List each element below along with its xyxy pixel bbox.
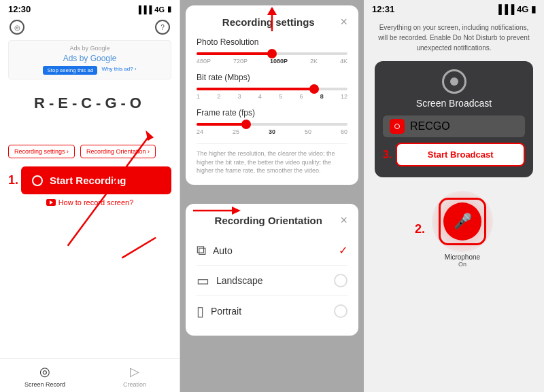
time-3: 12:31 xyxy=(372,4,394,14)
resolution-thumb[interactable] xyxy=(267,49,277,58)
fps-fill xyxy=(197,123,246,126)
bitrate-thumb[interactable] xyxy=(309,84,319,94)
recording-settings-button[interactable]: Recording settings › xyxy=(8,145,75,158)
logo-area: R-E-C-G-O xyxy=(0,82,180,120)
broadcast-description: Everything on your screen, including not… xyxy=(364,17,544,61)
creation-tab-icon: ▷ xyxy=(130,364,139,379)
tab-creation[interactable]: ▷ Creation xyxy=(90,359,180,392)
modal1-note: The higher the resolution, the clearer t… xyxy=(197,143,347,175)
screen-record-tab-icon: ◎ xyxy=(39,364,50,379)
landscape-radio[interactable] xyxy=(334,274,347,287)
step1-number: 1. xyxy=(8,173,18,188)
modal2-close-button[interactable]: × xyxy=(340,213,347,228)
step2-mic-row: 2. 🎤 Microphone On xyxy=(364,191,544,268)
step2-number: 2. xyxy=(415,222,425,236)
resolution-label: Photo Resolution xyxy=(197,37,347,47)
mic-label: Microphone xyxy=(445,253,480,261)
recording-orientation-modal: Recording Orientation × ⧉ Auto ✓ ▭ Lands… xyxy=(186,204,358,336)
panel-screen-record: 12:30 ▐▐▐ 4G ▮ ◎ ? Ads by Google Ads by … xyxy=(0,0,180,392)
auto-checkmark: ✓ xyxy=(339,244,347,257)
fps-thumb[interactable] xyxy=(241,120,251,129)
svg-marker-6 xyxy=(232,207,241,215)
start-recording-button[interactable]: Start Recording xyxy=(21,166,171,194)
app-name-label: RECGO xyxy=(410,120,450,132)
how-to-record-link[interactable]: How to record screen? xyxy=(0,198,180,207)
panel-broadcast: 12:31 ▐▐▐ 4G ▮ Everything on your screen… xyxy=(364,0,544,392)
modal1-close-button[interactable]: × xyxy=(340,15,347,29)
signal-bars-icon: ▐▐▐ xyxy=(136,5,152,14)
svg-marker-4 xyxy=(267,7,277,15)
panel-modals: Recording settings × Photo Resolution 48… xyxy=(180,0,364,392)
broadcast-screen-icon xyxy=(442,69,466,94)
bottom-tabs: ◎ Screen Record ▷ Creation xyxy=(0,358,180,392)
settings-row: Recording settings › Recording Orientati… xyxy=(0,141,180,162)
mic-border-box: 🎤 xyxy=(439,198,486,245)
fps-ticks: 24 25 30 50 60 xyxy=(197,128,347,135)
stop-seeing-button[interactable]: Stop seeing this ad xyxy=(43,66,97,75)
help-icon: ? xyxy=(155,20,170,35)
ads-site-name: Ads by Google xyxy=(16,54,164,63)
ads-banner: Ads by Google Ads by Google Stop seeing … xyxy=(8,40,171,79)
mic-glow: 🎤 xyxy=(432,191,493,252)
arrow-to-orient xyxy=(190,200,244,224)
orient-auto[interactable]: ⧉ Auto ✓ xyxy=(197,236,347,266)
orient-landscape[interactable]: ▭ Landscape xyxy=(197,266,347,296)
orient-portrait[interactable]: ▯ Portrait xyxy=(197,296,347,326)
recording-orientation-button[interactable]: Recording Orientation › xyxy=(80,145,156,158)
start-recording-label: Start Recording xyxy=(50,175,126,186)
step3-number: 3. xyxy=(383,149,392,161)
fps-setting: Frame rate (fps) 24 25 30 50 60 xyxy=(197,108,347,135)
record-circle-icon: ◎ xyxy=(10,20,24,35)
network-type-3: 4G xyxy=(517,4,528,14)
tab-creation-label: Creation xyxy=(123,381,146,388)
broadcast-header: Screen Broadcast xyxy=(383,69,525,109)
auto-label: Auto xyxy=(213,245,233,256)
svg-marker-1 xyxy=(143,128,154,141)
step1-row: 1. Start Recording xyxy=(0,162,180,194)
tab-screen-record-label: Screen Record xyxy=(24,381,65,388)
ads-buttons[interactable]: Stop seeing this ad Why this ad? › xyxy=(16,66,164,75)
portrait-orient-icon: ▯ xyxy=(197,303,204,319)
fps-label: Frame rate (fps) xyxy=(197,108,347,118)
resolution-slider[interactable] xyxy=(197,52,347,55)
battery-3-icon: ▮ xyxy=(531,4,536,14)
bitrate-setting: Bit rate (Mbps) 1 2 3 4 5 6 8 12 xyxy=(197,73,347,100)
status-icons-3: ▐▐▐ 4G ▮ xyxy=(496,4,536,14)
resolution-ticks: 480P 720P 1080P 2K 4K xyxy=(197,58,347,65)
bitrate-slider[interactable] xyxy=(197,88,347,90)
bitrate-label: Bit rate (Mbps) xyxy=(197,73,347,82)
step3-broadcast-row: 3. Start Broadcast xyxy=(383,143,525,166)
status-bar-3: 12:31 ▐▐▐ 4G ▮ xyxy=(364,0,544,17)
microphone-icon: 🎤 xyxy=(454,213,472,230)
signal-bars-3-icon: ▐▐▐ xyxy=(496,4,515,14)
network-type-1: 4G xyxy=(154,5,165,14)
time-1: 12:30 xyxy=(8,4,31,14)
mic-wrapper: 🎤 Microphone On xyxy=(432,191,493,268)
broadcast-title: Screen Broadcast xyxy=(416,98,492,109)
arrow-orient-svg xyxy=(190,200,244,221)
top-icons-row: ◎ ? xyxy=(0,17,180,37)
rec-circle-icon xyxy=(32,175,43,186)
broadcast-card: Screen Broadcast RECGO 3. Start Broadcas… xyxy=(375,61,533,177)
top-arrow xyxy=(252,5,292,35)
landscape-orient-icon: ▭ xyxy=(197,272,209,289)
portrait-radio[interactable] xyxy=(334,304,347,318)
ads-label: Ads by Google xyxy=(16,45,164,52)
fps-slider[interactable] xyxy=(197,123,347,126)
why-ad-link[interactable]: Why this ad? › xyxy=(101,66,136,75)
app-logo-icon xyxy=(390,119,405,134)
bitrate-ticks: 1 2 3 4 5 6 8 12 xyxy=(197,93,347,100)
app-logo-inner xyxy=(394,124,400,129)
start-broadcast-button[interactable]: Start Broadcast xyxy=(396,143,525,166)
auto-orient-icon: ⧉ xyxy=(197,243,206,258)
portrait-label: Portrait xyxy=(211,306,241,317)
svg-line-2 xyxy=(122,238,156,258)
tab-screen-record[interactable]: ◎ Screen Record xyxy=(0,359,90,392)
landscape-label: Landscape xyxy=(216,275,263,286)
bitrate-fill xyxy=(197,88,314,90)
status-icons-1: ▐▐▐ 4G ▮ xyxy=(136,5,171,14)
app-logo: R-E-C-G-O xyxy=(0,94,180,112)
arrow-up-svg xyxy=(252,5,292,33)
microphone-button[interactable]: 🎤 xyxy=(443,202,481,240)
battery-icon: ▮ xyxy=(167,5,171,14)
